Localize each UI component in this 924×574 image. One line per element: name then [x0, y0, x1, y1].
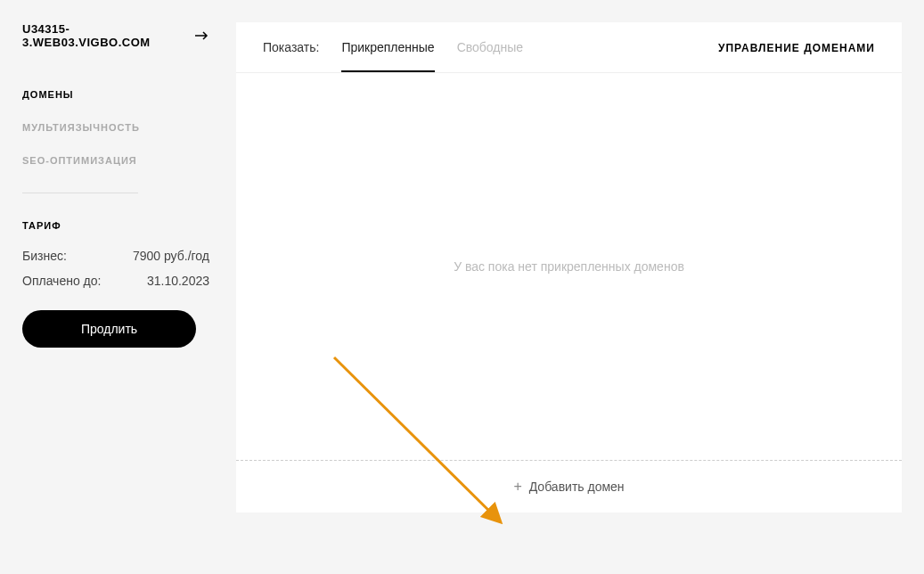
- empty-state: У вас пока нет прикрепленных доменов: [236, 73, 902, 460]
- empty-message: У вас пока нет прикрепленных доменов: [454, 259, 684, 274]
- site-title-text: U34315-3.WEB03.VIGBO.COM: [22, 22, 188, 49]
- manage-domains-link[interactable]: УПРАВЛЕНИЕ ДОМЕНАМИ: [718, 42, 875, 70]
- tariff-plan-label: Бизнес:: [22, 249, 67, 263]
- tab-attached[interactable]: Прикрепленные: [341, 40, 434, 72]
- extend-button[interactable]: Продлить: [22, 310, 196, 348]
- filter-label: Показать:: [263, 40, 319, 54]
- tariff-paid-value: 31.10.2023: [147, 274, 209, 288]
- arrow-right-icon: [195, 31, 209, 40]
- sidebar-item-multilang[interactable]: МУЛЬТИЯЗЫЧНОСТЬ: [22, 122, 138, 133]
- tab-free[interactable]: Свободные: [457, 40, 523, 72]
- plus-icon: +: [513, 479, 521, 495]
- add-domain-button[interactable]: + Добавить домен: [236, 460, 902, 512]
- add-domain-label: Добавить домен: [529, 480, 625, 494]
- tariff-plan-value: 7900 руб./год: [133, 249, 209, 263]
- tariff-paid-label: Оплачено до:: [22, 274, 101, 288]
- sidebar-item-seo[interactable]: SEO-ОПТИМИЗАЦИЯ: [22, 155, 138, 166]
- sidebar-item-domains[interactable]: ДОМЕНЫ: [22, 89, 138, 100]
- site-title-link[interactable]: U34315-3.WEB03.VIGBO.COM: [22, 22, 209, 49]
- tariff-heading: ТАРИФ: [22, 220, 209, 231]
